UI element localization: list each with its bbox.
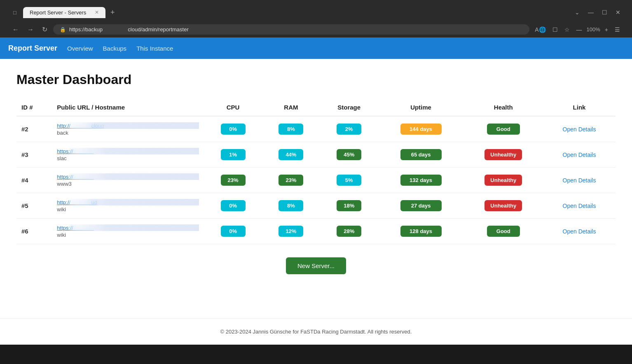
server-url-link[interactable]: https:// xyxy=(57,148,94,154)
active-tab[interactable]: Report Server - Servers ✕ xyxy=(23,7,105,18)
new-server-button[interactable]: New Server... xyxy=(286,257,346,274)
server-storage: 2% xyxy=(320,116,378,142)
col-header-id: ID # xyxy=(16,100,52,116)
col-header-link: Link xyxy=(543,100,616,116)
server-url: http:// cloud back xyxy=(52,116,204,142)
server-hostname: wiki xyxy=(57,206,199,212)
server-url: http:// ud wiki xyxy=(52,193,204,219)
open-details-link[interactable]: Open Details xyxy=(563,126,596,133)
table-row: #5 http:// ud wiki 0%8%18%27 daysUnhealt… xyxy=(16,193,616,219)
maximize-button[interactable]: ☐ xyxy=(599,7,611,17)
server-hostname: www3 xyxy=(57,181,199,187)
server-ram: 8% xyxy=(262,193,320,219)
server-ram: 12% xyxy=(262,219,320,244)
security-icon: 🔒 xyxy=(60,27,66,33)
server-health: Unhealthy xyxy=(463,193,543,219)
server-hostname: slac xyxy=(57,155,199,161)
app-nav: Report Server Overview Backups This Inst… xyxy=(0,37,632,59)
tab-list-button[interactable]: ⌄ xyxy=(571,7,583,17)
server-ram: 23% xyxy=(262,168,320,193)
server-cpu: 1% xyxy=(204,142,262,168)
col-header-cpu: CPU xyxy=(204,100,262,116)
new-tab-button[interactable]: + xyxy=(107,7,118,19)
server-hostname: wiki xyxy=(57,232,199,238)
server-uptime: 144 days xyxy=(378,116,464,142)
server-hostname: back xyxy=(57,130,199,136)
server-ram: 44% xyxy=(262,142,320,168)
back-button[interactable]: ← xyxy=(10,24,21,35)
server-id: #5 xyxy=(16,193,52,219)
server-url-link[interactable]: https:// xyxy=(57,174,94,180)
server-cpu: 0% xyxy=(204,193,262,219)
server-uptime: 128 days xyxy=(378,219,464,244)
open-details-link[interactable]: Open Details xyxy=(563,203,596,209)
minimize-button[interactable]: — xyxy=(585,7,597,17)
server-cpu: 0% xyxy=(204,116,262,142)
translate-icon[interactable]: A🌐 xyxy=(533,25,548,34)
server-link[interactable]: Open Details xyxy=(543,219,616,244)
server-uptime: 65 days xyxy=(378,142,464,168)
server-health: Unhealthy xyxy=(463,168,543,193)
server-ram: 8% xyxy=(262,116,320,142)
reader-mode-icon[interactable]: ☐ xyxy=(550,25,560,34)
nav-backups[interactable]: Backups xyxy=(103,45,127,52)
col-header-uptime: Uptime xyxy=(378,100,464,116)
server-storage: 18% xyxy=(320,193,378,219)
open-details-link[interactable]: Open Details xyxy=(563,228,596,235)
table-row: #6 https:// wiki 0%12%28%128 daysGoodOpe… xyxy=(16,219,616,244)
zoom-out-icon[interactable]: — xyxy=(574,25,584,34)
server-health: Good xyxy=(463,219,543,244)
server-uptime: 27 days xyxy=(378,193,464,219)
servers-table: ID # Public URL / Hostname CPU RAM Stora… xyxy=(16,100,616,244)
zoom-in-icon[interactable]: + xyxy=(603,25,610,34)
menu-icon[interactable]: ☰ xyxy=(613,25,622,34)
server-link[interactable]: Open Details xyxy=(543,116,616,142)
server-id: #3 xyxy=(16,142,52,168)
tab-close-button[interactable]: ✕ xyxy=(95,9,99,15)
server-id: #4 xyxy=(16,168,52,193)
reload-button[interactable]: ↻ xyxy=(40,24,50,35)
close-button[interactable]: ✕ xyxy=(612,7,624,17)
footer: © 2023-2024 Jannis Günsche for FaSTDa Ra… xyxy=(0,318,632,345)
nav-overview[interactable]: Overview xyxy=(67,45,93,52)
table-row: #4 https:// www3 23%23%5%132 daysUnhealt… xyxy=(16,168,616,193)
col-header-url: Public URL / Hostname xyxy=(52,100,204,116)
main-content: Master Dashboard ID # Public URL / Hostn… xyxy=(0,59,632,318)
nav-brand: Report Server xyxy=(8,44,57,53)
server-link[interactable]: Open Details xyxy=(543,142,616,168)
server-url-link[interactable]: https:// xyxy=(57,225,94,231)
bookmark-icon[interactable]: ☆ xyxy=(562,25,572,34)
col-header-health: Health xyxy=(463,100,543,116)
server-url: https:// slac xyxy=(52,142,204,168)
url-bar[interactable]: 🔒 https://backup cloud/admin/reportmaste… xyxy=(53,24,529,35)
nav-this-instance[interactable]: This Instance xyxy=(136,45,173,52)
col-header-ram: RAM xyxy=(262,100,320,116)
server-cpu: 0% xyxy=(204,219,262,244)
server-link[interactable]: Open Details xyxy=(543,168,616,193)
server-cpu: 23% xyxy=(204,168,262,193)
server-url-link[interactable]: http:// ud xyxy=(57,199,97,205)
server-uptime: 132 days xyxy=(378,168,464,193)
tab-favicon: □ xyxy=(8,6,21,19)
server-storage: 28% xyxy=(320,219,378,244)
table-row: #2 http:// cloud back 0%8%2%144 daysGood… xyxy=(16,116,616,142)
server-link[interactable]: Open Details xyxy=(543,193,616,219)
page-title: Master Dashboard xyxy=(16,72,616,87)
open-details-link[interactable]: Open Details xyxy=(563,152,596,158)
col-header-storage: Storage xyxy=(320,100,378,116)
server-health: Good xyxy=(463,116,543,142)
table-row: #3 https:// slac 1%44%45%65 daysUnhealth… xyxy=(16,142,616,168)
server-health: Unhealthy xyxy=(463,142,543,168)
server-storage: 45% xyxy=(320,142,378,168)
forward-button[interactable]: → xyxy=(25,24,36,35)
server-url: https:// www3 xyxy=(52,168,204,193)
url-text: https://backup cloud/admin/reportmaster xyxy=(69,26,189,33)
open-details-link[interactable]: Open Details xyxy=(563,177,596,184)
tab-title: Report Server - Servers xyxy=(30,9,86,16)
server-storage: 5% xyxy=(320,168,378,193)
server-url-link[interactable]: http:// cloud xyxy=(57,123,104,129)
server-id: #2 xyxy=(16,116,52,142)
server-id: #6 xyxy=(16,219,52,244)
zoom-level: 100% xyxy=(587,26,600,33)
server-url: https:// wiki xyxy=(52,219,204,244)
